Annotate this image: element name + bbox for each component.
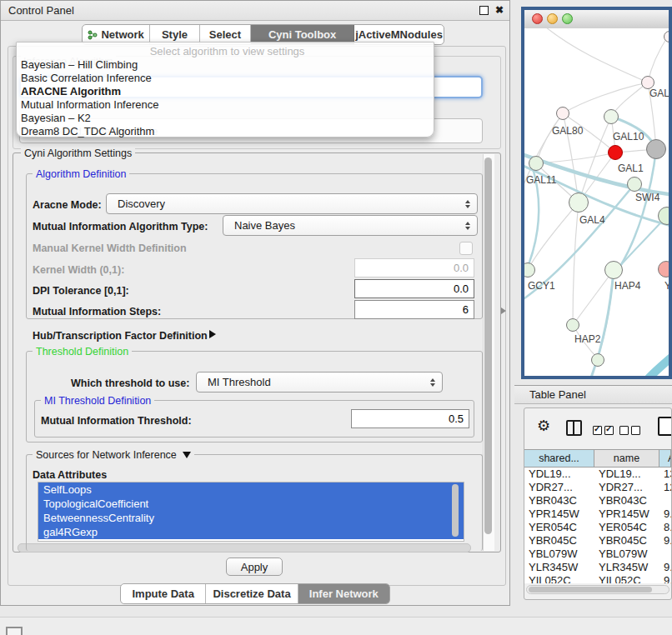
node-label-hap4: HAP4	[614, 280, 640, 292]
dpi-tolerance-input[interactable]	[354, 279, 474, 298]
mi-threshold-input[interactable]	[351, 409, 469, 428]
mi-steps-input[interactable]	[354, 300, 474, 319]
which-threshold-combo[interactable]: MI Threshold	[196, 372, 443, 392]
cell: YER054C	[594, 521, 659, 534]
column-header-label: A	[668, 452, 671, 464]
dropdown-item[interactable]: Bayesian – K2	[17, 112, 434, 125]
table-row[interactable]: YBL079W YBL079W	[524, 548, 671, 561]
hub-expand-icon[interactable]	[209, 330, 216, 338]
document-icon[interactable]	[658, 417, 672, 436]
aracne-mode-combo[interactable]: Discovery	[106, 193, 478, 214]
node-gray[interactable]	[646, 139, 666, 159]
mi-steps-label: Mutual Information Steps:	[33, 306, 161, 318]
traffic-light-close-icon[interactable]	[532, 13, 543, 24]
node-gal1[interactable]	[608, 145, 623, 160]
cell: YDR27...	[524, 481, 594, 494]
cell: 9.	[659, 534, 671, 548]
dropdown-placeholder: Select algorithm to view settings	[17, 45, 434, 58]
cell: 12	[659, 481, 671, 494]
node-label-gal10: GAL10	[613, 131, 644, 142]
node-label-y-partial: Y	[664, 280, 669, 292]
attributes-vscrollbar-thumb[interactable]	[452, 484, 459, 537]
table-row[interactable]: YER054C YER054C 8.	[524, 521, 671, 534]
dropdown-item[interactable]: Mutual Information Inference	[17, 98, 434, 112]
node-label-hap2: HAP2	[574, 333, 600, 345]
column-header-shared-name[interactable]: shared...	[524, 449, 594, 468]
data-attributes-list: SelfLoops TopologicalCoefficient Between…	[38, 482, 464, 542]
table-row[interactable]: YDL19... YDL19... 13	[524, 468, 671, 481]
node-swi4[interactable]	[627, 177, 642, 192]
panel-splitter-handle[interactable]	[501, 308, 506, 314]
column-header-partial[interactable]: A	[659, 449, 671, 468]
unchecked-boxes-icon[interactable]	[619, 422, 643, 438]
unchecked-box-glyph	[631, 426, 640, 435]
node-gal4[interactable]	[569, 192, 589, 212]
mi-type-label: Mutual Information Algorithm Type:	[33, 221, 208, 232]
gear-icon[interactable]: ⚙	[537, 417, 550, 435]
kernel-width-input[interactable]	[354, 258, 474, 278]
table-row[interactable]: YIL052C YIL052C 9.	[524, 574, 671, 583]
cell: YBL079W	[524, 548, 594, 561]
node-gal80[interactable]	[556, 107, 569, 120]
node-label-gcy1: GCY1	[528, 280, 555, 292]
table-row[interactable]: YDR27... YDR27... 12	[524, 481, 671, 494]
tab-discretize-data[interactable]: Discretize Data	[206, 584, 298, 603]
attribute-item[interactable]: BetweennessCentrality	[38, 511, 464, 525]
sources-collapse-icon[interactable]	[183, 452, 191, 458]
attribute-item[interactable]: TopologicalCoefficient	[38, 497, 464, 511]
data-attributes-label: Data Attributes	[33, 469, 107, 481]
table-hscrollbar-thumb[interactable]	[529, 587, 652, 592]
combo-spinner-icon	[465, 200, 470, 208]
network-view-window: GAL GAL80 GAL10 GAL1 GAL11 SWI4 GAL4 GCY…	[521, 7, 672, 379]
tab-infer-network[interactable]: Infer Network	[298, 584, 389, 603]
node-label-gal-partial: GAL	[649, 88, 669, 99]
apply-button[interactable]: Apply	[226, 558, 283, 576]
control-panel-titlebar: Control Panel ✖	[1, 1, 509, 21]
dropdown-item-selected[interactable]: ARACNE Algorithm	[17, 85, 434, 98]
column-header-name[interactable]: name	[594, 449, 659, 468]
tab-impute-data-label: Impute Data	[132, 588, 193, 600]
network-canvas[interactable]: GAL GAL80 GAL10 GAL1 GAL11 SWI4 GAL4 GCY…	[524, 28, 669, 376]
cell: YIL052C	[524, 574, 594, 583]
settings-vscrollbar-thumb[interactable]	[484, 158, 492, 534]
table-body: YDL19... YDL19... 13 YDR27... YDR27... 1…	[524, 468, 671, 583]
float-window-icon[interactable]	[479, 6, 489, 15]
table-row[interactable]: YLR345W YLR345W 9.	[524, 561, 671, 574]
table-row[interactable]: YBR045C YBR045C 9.	[524, 534, 671, 548]
cell	[659, 548, 671, 561]
minimized-panel-icon[interactable]	[6, 627, 23, 635]
traffic-light-zoom-icon[interactable]	[562, 13, 573, 24]
traffic-light-minimize-icon[interactable]	[547, 13, 558, 24]
node-gal11[interactable]	[529, 156, 544, 171]
table-hscrollbar-track[interactable]	[526, 585, 669, 594]
node-pink-right[interactable]	[658, 261, 669, 278]
which-threshold-value: MI Threshold	[197, 376, 271, 388]
cell: YER054C	[524, 521, 594, 534]
close-icon[interactable]: ✖	[495, 1, 504, 20]
tab-impute-data[interactable]: Impute Data	[121, 584, 206, 603]
dropdown-item[interactable]: Dream8 DC_TDC Algorithm	[17, 125, 434, 138]
dropdown-item[interactable]: Bayesian – Hill Climbing	[17, 58, 434, 72]
node-hap2[interactable]	[566, 318, 579, 332]
cell: 9.	[659, 574, 671, 583]
table-row[interactable]: YPR145W YPR145W 9.	[524, 508, 671, 521]
checked-boxes-icon[interactable]	[593, 422, 616, 438]
algorithm-dropdown-list: Select algorithm to view settings Bayesi…	[16, 42, 434, 138]
tab-jactivemnodules-label: jActiveMNodules	[355, 28, 443, 41]
table-row[interactable]: YBR043C YBR043C	[524, 494, 671, 508]
combo-spinner-icon	[430, 378, 435, 387]
node-hap4[interactable]	[604, 261, 623, 279]
node-gal10[interactable]	[604, 109, 619, 124]
node-green-bottom[interactable]	[591, 353, 604, 367]
manual-kernel-checkbox[interactable]	[459, 242, 473, 255]
cell: YIL052C	[594, 574, 659, 583]
dropdown-item[interactable]: Basic Correlation Inference	[17, 72, 434, 85]
mi-type-combo[interactable]: Naive Bayes	[223, 215, 478, 236]
attribute-item[interactable]: SelfLoops	[38, 482, 464, 497]
which-threshold-label: Which threshold to use:	[71, 378, 189, 389]
cyni-algorithm-settings-title: Cyni Algorithm Settings	[21, 148, 135, 159]
attribute-item[interactable]: gal4RGexp	[38, 525, 464, 539]
columns-icon-divider	[573, 422, 574, 434]
cell: 9.	[659, 508, 671, 521]
columns-icon[interactable]	[566, 420, 582, 436]
